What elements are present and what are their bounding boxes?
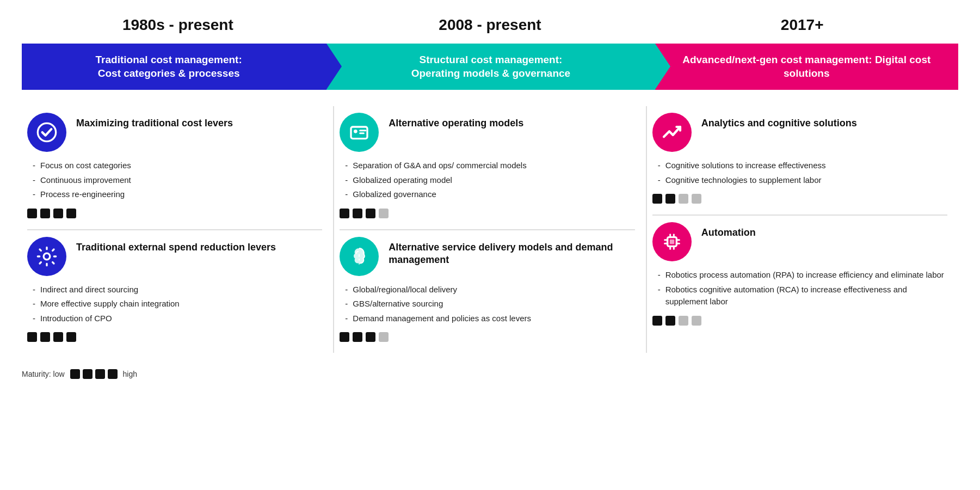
dot-4-1 <box>340 332 349 342</box>
dot-filled-1 <box>27 209 37 218</box>
dot-2-2 <box>40 332 50 342</box>
dot-3-3 <box>366 209 375 218</box>
section-title-5: Analytics and cognitive solutions <box>701 113 857 130</box>
icon-brain-circle <box>340 237 379 276</box>
column-structural: Alternative operating models Separation … <box>334 106 646 353</box>
trend-up-icon <box>661 121 683 143</box>
bullet-2-2: More effective supply chain integration <box>33 298 322 310</box>
dot-6-4 <box>692 316 701 326</box>
icon-chip-circle <box>652 222 692 261</box>
bullet-3-2: Globalized operating model <box>345 174 634 187</box>
column-advanced: Analytics and cognitive solutions Cognit… <box>647 106 958 353</box>
bullet-3-3: Globalized governance <box>345 188 634 201</box>
dot-5-1 <box>652 194 662 204</box>
arrow-banners: Traditional cost management:Cost categor… <box>22 44 958 90</box>
section-alt-operating: Alternative operating models Separation … <box>340 106 634 230</box>
section-analytics-cognitive: Analytics and cognitive solutions Cognit… <box>652 106 947 216</box>
svg-rect-15 <box>669 240 674 244</box>
id-card-icon <box>348 121 370 143</box>
svg-point-1 <box>44 253 50 260</box>
bullet-5-2: Cognitive technologies to supplement lab… <box>658 174 947 187</box>
icon-idcard-circle <box>340 113 379 152</box>
bullet-1-3: Process re-engineering <box>33 188 322 201</box>
bullets-external-spend: Indirect and direct sourcing More effect… <box>27 284 322 325</box>
era-2008: 2008 - present <box>334 16 646 34</box>
dot-filled-3 <box>53 209 63 218</box>
dot-5-3 <box>679 194 688 204</box>
icon-gear-circle <box>27 237 66 276</box>
content-area: Maximizing traditional cost levers Focus… <box>22 106 958 353</box>
dot-filled-2 <box>40 209 50 218</box>
brain-icon <box>348 246 370 267</box>
maturity-dots-4 <box>340 332 634 342</box>
check-icon <box>36 121 58 143</box>
maturity-dots-3 <box>340 209 634 218</box>
bullet-3-1: Separation of G&A and ops/ commercial mo… <box>345 160 634 172</box>
bullets-analytics: Cognitive solutions to increase effectiv… <box>652 160 947 186</box>
maturity-low-label: Maturity: low <box>22 370 65 378</box>
bullet-2-3: Introduction of CPO <box>33 313 322 325</box>
dot-6-1 <box>652 316 662 326</box>
bullet-6-1: Robotics process automation (RPA) to inc… <box>658 269 947 281</box>
section-automation: Automation Robotics process automation (… <box>652 216 947 336</box>
section-external-spend: Traditional external spend reduction lev… <box>27 230 322 353</box>
maturity-dots-1 <box>27 209 322 218</box>
era-headers: 1980s - present 2008 - present 2017+ <box>22 16 958 34</box>
banner-advanced-text: Advanced/next-gen cost management: Digit… <box>682 53 931 80</box>
dot-4-2 <box>353 332 362 342</box>
dot-2-1 <box>27 332 37 342</box>
section-title-1: Maximizing traditional cost levers <box>76 113 233 130</box>
banner-traditional: Traditional cost management:Cost categor… <box>22 44 326 90</box>
dot-2-3 <box>53 332 63 342</box>
dot-2-4 <box>66 332 76 342</box>
section-alt-service-delivery: Alternative service delivery models and … <box>340 230 634 353</box>
maturity-dots-2 <box>27 332 322 342</box>
dot-6-2 <box>665 316 675 326</box>
section-title-3: Alternative operating models <box>389 113 523 130</box>
section-title-4: Alternative service delivery models and … <box>389 237 634 267</box>
bullet-2-1: Indirect and direct sourcing <box>33 284 322 296</box>
bullet-5-1: Cognitive solutions to increase effectiv… <box>658 160 947 172</box>
legend-dots <box>70 369 118 379</box>
dot-filled-4 <box>66 209 76 218</box>
bullet-4-3: Demand management and policies as cost l… <box>345 313 634 325</box>
bullet-4-2: GBS/alternative sourcing <box>345 298 634 310</box>
dot-3-1 <box>340 209 349 218</box>
maturity-dots-5 <box>652 194 947 204</box>
bullets-alt-operating: Separation of G&A and ops/ commercial mo… <box>340 160 634 201</box>
bullets-alt-service: Global/regional/local delivery GBS/alter… <box>340 284 634 325</box>
column-traditional: Maximizing traditional cost levers Focus… <box>22 106 334 353</box>
dot-3-4 <box>379 209 389 218</box>
bullets-traditional-cost: Focus on cost categories Continuous impr… <box>27 160 322 201</box>
legend-dot-3 <box>95 369 105 379</box>
icon-check-circle <box>27 113 66 152</box>
legend-dot-2 <box>83 369 93 379</box>
section-top-4: Alternative service delivery models and … <box>340 237 634 276</box>
svg-point-3 <box>354 130 358 133</box>
dot-4-3 <box>366 332 375 342</box>
section-title-2: Traditional external spend reduction lev… <box>76 237 276 254</box>
banner-structural: Structural cost management:Operating mod… <box>326 44 655 90</box>
svg-point-0 <box>38 124 56 142</box>
dot-3-2 <box>353 209 362 218</box>
section-top-1: Maximizing traditional cost levers <box>27 113 322 152</box>
bullet-4-1: Global/regional/local delivery <box>345 284 634 296</box>
dot-5-4 <box>692 194 701 204</box>
bullets-automation: Robotics process automation (RPA) to inc… <box>652 269 947 308</box>
section-traditional-cost-levers: Maximizing traditional cost levers Focus… <box>27 106 322 230</box>
section-title-6: Automation <box>701 222 756 239</box>
bullet-1-2: Continuous improvement <box>33 174 322 187</box>
section-top-6: Automation <box>652 222 947 261</box>
banner-traditional-text: Traditional cost management:Cost categor… <box>96 53 242 80</box>
banner-advanced: Advanced/next-gen cost management: Digit… <box>655 44 958 90</box>
dot-6-3 <box>679 316 688 326</box>
bullet-6-2: Robotics cognitive automation (RCA) to i… <box>658 284 947 308</box>
banner-structural-text: Structural cost management:Operating mod… <box>411 53 570 80</box>
era-2017: 2017+ <box>646 16 958 34</box>
section-top-2: Traditional external spend reduction lev… <box>27 237 322 276</box>
dot-5-2 <box>665 194 675 204</box>
chip-icon <box>661 231 683 253</box>
icon-trendup-circle <box>652 113 692 152</box>
legend-dot-1 <box>70 369 80 379</box>
bullet-1-1: Focus on cost categories <box>33 160 322 172</box>
